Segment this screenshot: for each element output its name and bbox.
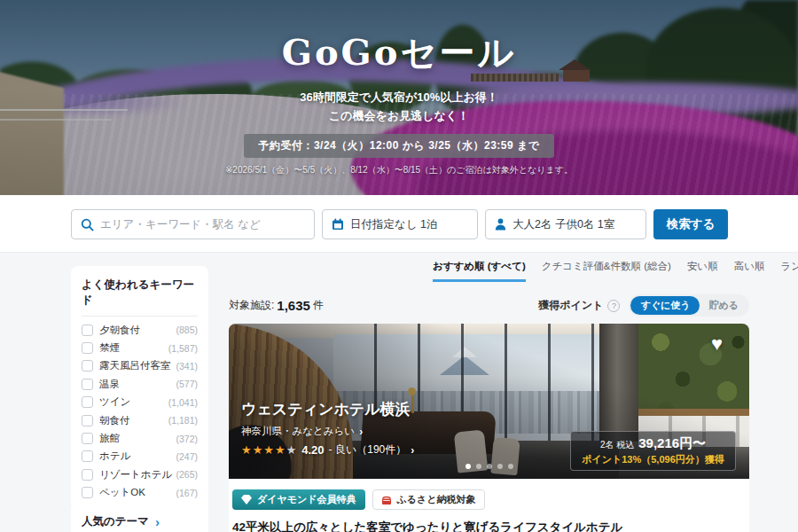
rating-value: 4.20: [301, 443, 324, 457]
person-icon: [495, 218, 506, 231]
facility-count-value: 1,635: [277, 298, 310, 313]
carousel-dots: [466, 464, 513, 469]
keyword-label: リゾートホテル: [99, 468, 176, 481]
star-filled-icon: ★: [253, 443, 264, 457]
hero-banner: GoGoセール 36時間限定で人気宿が10%以上お得！ この機会をお見逃しなく！…: [0, 0, 798, 195]
keyword-count: (1,041): [168, 397, 198, 408]
carousel-dot-3[interactable]: [497, 464, 503, 469]
keyword-checkbox[interactable]: [82, 469, 93, 481]
facility-count-unit: 件: [313, 298, 324, 313]
calendar-icon: [332, 218, 344, 231]
keyword-checkbox[interactable]: [82, 342, 93, 354]
diamond-icon: [241, 495, 252, 505]
page: GoGoセール 36時間限定で人気宿が10%以上お得！ この機会をお見逃しなく！…: [0, 0, 798, 532]
sort-tab-2[interactable]: 安い順: [687, 260, 718, 282]
keyword-item[interactable]: ツイン(1,041): [82, 394, 198, 411]
keyword-item[interactable]: 禁煙(1,587): [82, 339, 198, 356]
search-icon: [81, 218, 94, 231]
keyword-checkbox[interactable]: [82, 325, 93, 336]
keyword-label: ツイン: [99, 395, 168, 409]
reservation-period-banner: 予約受付：3/24（火）12:00 から 3/25（水）23:59 まで: [244, 134, 553, 158]
keywords-list: 夕朝食付(885)禁煙(1,587)露天風呂付客室(341)温泉(577)ツイン…: [82, 321, 198, 502]
sort-tab-0[interactable]: おすすめ順 (すべて): [433, 260, 526, 282]
keyword-label: ホテル: [99, 450, 176, 463]
points-use-now-option[interactable]: すぐに使う: [630, 296, 700, 315]
keyword-item[interactable]: ペットOK(167): [82, 484, 198, 502]
search-section: 日付指定なし 1泊 大人2名 子供0名 1室 検索する: [0, 195, 798, 253]
chevron-right-icon[interactable]: ›: [155, 515, 160, 528]
themes-panel-title[interactable]: 人気のテーマ: [82, 514, 149, 529]
main-content: よく使われるキーワード 夕朝食付(885)禁煙(1,587)露天風呂付客室(34…: [0, 253, 798, 532]
keyword-label: 朝食付: [99, 414, 168, 427]
keyword-item[interactable]: 夕朝食付(885): [82, 321, 198, 339]
keyword-item[interactable]: ホテル(247): [82, 448, 198, 466]
keyword-search-input[interactable]: [100, 218, 305, 231]
keyword-count: (265): [176, 469, 198, 480]
gift-box-icon: [381, 495, 392, 505]
results-summary-row: 対象施設: 1,635 件 獲得ポイント ? すぐに使う 貯める: [229, 294, 749, 317]
keywords-panel: よく使われるキーワード 夕朝食付(885)禁煙(1,587)露天風呂付客室(34…: [71, 266, 208, 511]
date-field[interactable]: 日付指定なし 1泊: [322, 209, 478, 239]
points-save-option[interactable]: 貯める: [700, 299, 747, 312]
keyword-count: (247): [176, 451, 198, 462]
hotel-rating[interactable]: ★★★★★ 4.20 - 良い（190件） ›: [241, 442, 414, 458]
hotel-card[interactable]: ウェスティンホテル横浜 神奈川県・みなとみらい › ★★★★★ 4.20 - 良…: [229, 324, 749, 532]
hotel-badges: ダイヤモンド会員特典 ふるさと納税対象: [232, 489, 749, 510]
keyword-checkbox[interactable]: [82, 396, 93, 408]
keyword-label: 禁煙: [99, 341, 168, 355]
date-value: 日付指定なし 1泊: [350, 217, 438, 232]
star-filled-icon: ★: [263, 443, 275, 457]
price-box: 2名 税込 39,216円〜 ポイント13%（5,096円分）獲得: [570, 431, 736, 471]
sort-tab-1[interactable]: クチコミ評価&件数順 (総合): [542, 260, 671, 282]
keyword-label: ペットOK: [99, 486, 176, 499]
carousel-dot-2[interactable]: [487, 464, 492, 469]
guests-field[interactable]: 大人2名 子供0名 1室: [485, 209, 646, 239]
keyword-checkbox[interactable]: [82, 433, 93, 444]
keyword-item[interactable]: 露天風呂付客室(341): [82, 357, 198, 375]
keyword-search-field[interactable]: [71, 209, 315, 239]
exclusion-note: ※2026/5/1（金）〜5/5（火）、8/12（水）〜8/15（土）のご宿泊は…: [225, 164, 573, 176]
chevron-right-icon: ›: [359, 426, 363, 438]
sale-subtitle-line1: 36時間限定で人気宿が10%以上お得！: [300, 88, 497, 106]
sort-tab-4[interactable]: ランキング順: [780, 260, 798, 282]
facility-count-label: 対象施設:: [229, 298, 274, 313]
keyword-count: (1,587): [168, 343, 198, 354]
keyword-item[interactable]: 旅館(372): [82, 429, 198, 447]
keyword-item[interactable]: リゾートホテル(265): [82, 466, 198, 483]
keyword-item[interactable]: 朝食付(1,181): [82, 411, 198, 429]
guests-value: 大人2名 子供0名 1室: [512, 217, 614, 232]
furusato-tax-badge[interactable]: ふるさと納税対象: [372, 489, 485, 510]
keyword-count: (341): [176, 361, 198, 372]
search-submit-button[interactable]: 検索する: [653, 209, 728, 239]
diamond-member-badge[interactable]: ダイヤモンド会員特典: [232, 489, 365, 510]
carousel-dot-1[interactable]: [476, 464, 481, 469]
carousel-dot-4[interactable]: [508, 464, 513, 469]
keyword-checkbox[interactable]: [82, 415, 93, 426]
hotel-name[interactable]: ウェスティンホテル横浜: [241, 399, 411, 419]
keyword-checkbox[interactable]: [82, 360, 93, 372]
star-filled-icon: ★: [275, 443, 286, 457]
keyword-checkbox[interactable]: [82, 487, 93, 498]
info-icon[interactable]: ?: [607, 300, 620, 312]
star-rating-icons: ★★★★★: [241, 444, 297, 456]
keyword-checkbox[interactable]: [82, 450, 93, 462]
keyword-label: 温泉: [99, 378, 176, 391]
chevron-right-icon: ›: [411, 444, 414, 457]
keywords-panel-title: よく使われるキーワード: [82, 278, 198, 317]
sort-tabs: おすすめ順 (すべて)クチコミ評価&件数順 (総合)安い順高い順ランキング順: [433, 260, 798, 282]
points-earn-text: ポイント13%（5,096円分）獲得: [582, 453, 724, 466]
keyword-count: (167): [176, 488, 198, 498]
favorite-heart-icon[interactable]: ♥: [711, 332, 723, 356]
sort-tab-3[interactable]: 高い順: [734, 260, 765, 282]
hotel-photo[interactable]: ウェスティンホテル横浜 神奈川県・みなとみらい › ★★★★★ 4.20 - 良…: [229, 324, 749, 479]
sale-subtitle-line2: この機会をお見逃しなく！: [300, 106, 497, 125]
keyword-checkbox[interactable]: [82, 379, 93, 390]
star-filled-icon: ★: [241, 443, 253, 457]
keyword-count: (1,181): [168, 415, 198, 426]
carousel-dot-0[interactable]: [466, 464, 471, 469]
keyword-label: 夕朝食付: [99, 324, 176, 337]
points-label: 獲得ポイント: [538, 298, 603, 313]
keyword-item[interactable]: 温泉(577): [82, 375, 198, 393]
star-empty-icon: ★: [286, 443, 298, 457]
hotel-location[interactable]: 神奈川県・みなとみらい: [241, 425, 355, 438]
